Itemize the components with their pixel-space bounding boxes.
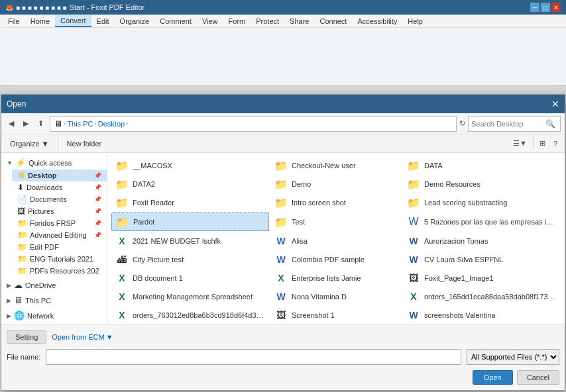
file-item-nona[interactable]: W Nona Vitamina D xyxy=(270,288,402,305)
menu-connect[interactable]: Connect xyxy=(314,16,352,26)
file-item-test[interactable]: 📁 Test xyxy=(270,213,402,231)
file-item-intro-screen[interactable]: 📁 Intro screen shot xyxy=(270,194,402,211)
file-item-data[interactable]: 📁 DATA xyxy=(403,157,561,174)
menu-view[interactable]: View xyxy=(197,16,223,26)
new-folder-button[interactable]: New folder xyxy=(62,138,107,150)
nav-item-pictures[interactable]: 🖼 Pictures 📌 xyxy=(12,205,107,217)
nav-item-pdfs-resources[interactable]: 📁 PDFs Resources 202 xyxy=(12,265,107,277)
file-item-enterprise[interactable]: X Enterprise lists Jamie xyxy=(270,270,402,287)
breadcrumb-thispc[interactable]: This PC xyxy=(67,120,93,128)
file-item-demo[interactable]: 📁 Demo xyxy=(270,175,402,193)
filename-input[interactable] xyxy=(46,349,461,365)
network-header[interactable]: ▶ 🌐 Network xyxy=(1,309,107,322)
app-title: Start - Foxit PDF Editor xyxy=(70,3,145,11)
file-list: 📁 __MACOSX 📁 Checkout-New user 📁 DATA 📁 … xyxy=(107,153,565,324)
file-name-checkout: Checkout-New user xyxy=(292,162,356,170)
nav-item-fondos[interactable]: 📁 Fondos FRSP 📌 xyxy=(12,217,107,229)
file-item-foxit-reader[interactable]: 📁 Foxit Reader xyxy=(111,194,269,211)
quick-access-header[interactable]: ▼ ⚡ Quick access xyxy=(1,156,107,170)
file-item-data2[interactable]: 📁 DATA2 xyxy=(111,175,269,193)
nav-item-documents[interactable]: 📄 Documents 📌 xyxy=(12,193,107,205)
file-item-foxit-page1[interactable]: 🖼 Foxit_Page1_Image1 xyxy=(403,270,561,287)
menu-form[interactable]: Form xyxy=(223,16,251,26)
file-item-db-doc[interactable]: X DB document 1 xyxy=(111,270,269,287)
file-item-demo-resources[interactable]: 📁 Demo Resources xyxy=(403,175,561,193)
dialog-title: Open xyxy=(7,99,26,109)
setting-button[interactable]: Setting xyxy=(7,330,46,344)
word-icon-alisa: W xyxy=(274,234,288,248)
file-item-marketing[interactable]: X Marketing Management Spreadsheet xyxy=(111,288,269,305)
up-button[interactable]: ⬆ xyxy=(34,117,47,130)
file-item-orders2[interactable]: X orders_763012ed8ba6b3cd918d6f4d3b2618b… xyxy=(111,307,269,324)
back-button[interactable]: ◀ xyxy=(5,117,17,130)
nav-item-desktop[interactable]: 🖥 Desktop 📌 xyxy=(12,170,107,181)
menu-file[interactable]: File xyxy=(3,16,25,26)
minimize-button[interactable]: ─ xyxy=(530,3,539,12)
window-close-button[interactable]: ✕ xyxy=(551,3,561,12)
forward-button[interactable]: ▶ xyxy=(20,117,32,130)
file-item-aurorizacion[interactable]: W Aurorizacion Tomas xyxy=(403,232,561,250)
file-grid: 📁 __MACOSX 📁 Checkout-New user 📁 DATA 📁 … xyxy=(111,157,561,324)
open-ecm-button[interactable]: Open from ECM ▼ xyxy=(52,333,113,341)
menu-help[interactable]: Help xyxy=(402,16,428,26)
dialog-close-button[interactable]: ✕ xyxy=(551,99,559,109)
file-item-alisa[interactable]: W Alisa xyxy=(270,232,402,250)
file-item-screenshots-val[interactable]: W screenshots Valentina xyxy=(403,307,561,324)
onedrive-header[interactable]: ▶ ☁ OneDrive xyxy=(1,278,107,292)
nav-item-eng-tutorials[interactable]: 📁 ENG Tutorials 2021 xyxy=(12,253,107,265)
file-item-lead-scoring[interactable]: 📁 Lead scoring substracting xyxy=(403,194,561,211)
dialog-content: ▼ ⚡ Quick access 🖥 Desktop 📌 ⬇ Downloads… xyxy=(1,153,565,324)
filetype-select[interactable]: All Supported Files (*.*) xyxy=(467,349,559,365)
nav-section-quickaccess: ▼ ⚡ Quick access 🖥 Desktop 📌 ⬇ Downloads… xyxy=(1,156,107,277)
view-options-button[interactable]: ☰▼ xyxy=(510,137,530,150)
filename-row: File name: All Supported Files (*.*) xyxy=(7,346,559,368)
open-dialog: Open ✕ ◀ ▶ ⬆ 🖥 › This PC › Desktop › ↻ 🔍… xyxy=(1,94,565,391)
file-item-orders1[interactable]: X orders_165dd1eca88daa58dab08f173c1ed08 xyxy=(403,288,561,305)
nav-item-advanced-editing[interactable]: 📁 Advanced Editing 📌 xyxy=(12,229,107,241)
word-icon-5razones: W xyxy=(407,215,420,228)
help-button[interactable]: ? xyxy=(550,137,561,150)
open-button[interactable]: Open xyxy=(473,370,513,385)
menu-organize[interactable]: Organize xyxy=(115,16,155,26)
file-item-checkout[interactable]: 📁 Checkout-New user xyxy=(270,157,402,174)
file-item-5-razones[interactable]: W 5 Razones por las que las empresas int… xyxy=(403,213,561,231)
desktop-icon: 🖥 xyxy=(17,171,25,180)
file-item-screenshot[interactable]: 🖼 Screenshot 1 xyxy=(270,307,402,324)
menu-edit[interactable]: Edit xyxy=(91,16,115,26)
view-list-button[interactable]: ⊞ xyxy=(536,137,549,150)
file-item-pardot[interactable]: 📁 Pardot xyxy=(111,213,269,231)
file-item-macosx[interactable]: 📁 __MACOSX xyxy=(111,157,269,174)
onedrive-label: OneDrive xyxy=(25,281,56,289)
menu-convert[interactable]: Convert xyxy=(55,15,91,27)
menu-accessibility[interactable]: Accessibility xyxy=(352,16,402,26)
menu-home[interactable]: Home xyxy=(25,16,55,26)
pdfs-resources-icon: 📁 xyxy=(17,266,27,275)
file-name-foxit-reader: Foxit Reader xyxy=(133,199,174,207)
menu-share[interactable]: Share xyxy=(284,16,314,26)
excel-icon-marketing: X xyxy=(115,290,129,303)
refresh-button[interactable]: ↻ xyxy=(459,119,465,128)
file-name-db-doc: DB document 1 xyxy=(133,274,183,282)
nav-item-edit-pdf[interactable]: 📁 Edit PDF xyxy=(12,241,107,253)
file-name-aurorizacion: Aurorizacion Tomas xyxy=(424,237,488,245)
thispc-header[interactable]: ▶ 🖥 This PC xyxy=(1,293,107,307)
cancel-button[interactable]: Cancel xyxy=(517,370,559,385)
search-box: 🔍 xyxy=(468,116,561,132)
file-item-budget[interactable]: X 2021 NEW BUDGET lschfk xyxy=(111,232,269,250)
nav-item-downloads[interactable]: ⬇ Downloads 📌 xyxy=(12,181,107,193)
file-name-nona: Nona Vitamina D xyxy=(292,293,347,301)
search-input[interactable] xyxy=(471,120,544,128)
file-item-city-picture[interactable]: 🏙 City Picture test xyxy=(111,251,269,268)
menu-comment[interactable]: Comment xyxy=(154,16,197,26)
dialog-actions-row: Open Cancel xyxy=(7,368,559,387)
expand-arrow: ▼ xyxy=(7,160,13,166)
file-item-colombia[interactable]: W Colombia PDF sample xyxy=(270,251,402,268)
menu-protect[interactable]: Protect xyxy=(251,16,284,26)
toolbar-separator xyxy=(58,138,58,150)
file-name-orders2: orders_763012ed8ba6b3cd918d6f4d3b2618b2 xyxy=(133,311,265,319)
open-ecm-arrow: ▼ xyxy=(106,333,113,341)
organize-button[interactable]: Organize ▼ xyxy=(5,138,54,150)
maximize-button[interactable]: □ xyxy=(541,3,550,12)
file-item-cv-laura[interactable]: W CV Laura Silva ESPFNL xyxy=(403,251,561,268)
breadcrumb-desktop[interactable]: Desktop xyxy=(98,120,125,128)
